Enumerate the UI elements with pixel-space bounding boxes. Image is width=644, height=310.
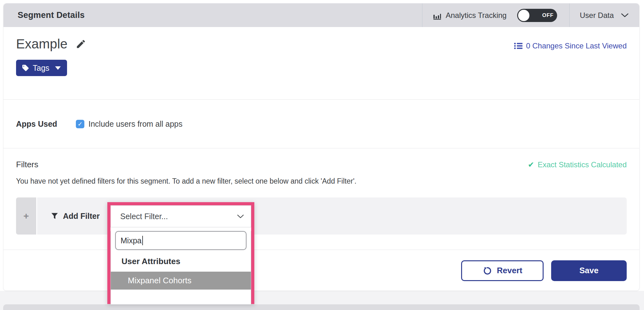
save-button-label: Save: [579, 266, 599, 275]
bar-chart-icon: [432, 11, 441, 20]
select-filter-dropdown[interactable]: Select Filter...: [110, 205, 251, 227]
chevron-down-icon: [237, 214, 244, 219]
apps-used-section: Apps Used ✓ Include users from all apps: [3, 100, 639, 148]
tags-button-label: Tags: [33, 64, 49, 73]
changelist-icon: [514, 42, 523, 49]
filters-empty-text: You have not yet defined filters for thi…: [16, 177, 627, 185]
edit-name-pencil-icon[interactable]: [76, 39, 86, 49]
save-button[interactable]: Save: [551, 260, 627, 281]
revert-button[interactable]: Revert: [461, 260, 544, 281]
segment-details-card: Segment Details Analytics Tracking OFF U…: [3, 3, 640, 291]
funnel-icon: [51, 213, 58, 219]
card-header: Segment Details Analytics Tracking OFF U…: [3, 3, 639, 27]
analytics-tracking-section: Analytics Tracking OFF: [422, 3, 569, 27]
filter-dropdown-panel: Mixpa User Attributes Mixpanel Cohorts: [110, 231, 251, 305]
add-filter-plus-button[interactable]: +: [16, 197, 36, 235]
analytics-tracking-toggle[interactable]: OFF: [517, 9, 557, 22]
segment-title-section: Example: [3, 27, 639, 99]
changes-link-label: 0 Changes Since Last Viewed: [526, 42, 627, 50]
revert-button-label: Revert: [497, 266, 523, 275]
analytics-tracking-label: Analytics Tracking: [446, 11, 506, 20]
filters-section: Filters ✔ Exact Statistics Calculated Yo…: [3, 148, 639, 250]
tags-button[interactable]: Tags: [16, 60, 67, 76]
dropdown-option-mixpanel-cohorts[interactable]: Mixpanel Cohorts: [111, 272, 251, 290]
chevron-down-icon: [621, 13, 629, 18]
card-footer: Revert Save: [3, 250, 639, 291]
toggle-knob: [518, 10, 529, 21]
next-panel-edge: [3, 304, 640, 310]
segment-name: Example: [16, 36, 67, 52]
changes-since-last-viewed-link[interactable]: 0 Changes Since Last Viewed: [514, 42, 627, 50]
add-filter-label: Add Filter: [63, 212, 100, 221]
filters-heading: Filters: [16, 160, 38, 169]
plus-icon: +: [23, 211, 29, 221]
user-data-label: User Data: [580, 11, 614, 20]
dropdown-group-header: User Attributes: [111, 250, 251, 272]
select-filter-placeholder: Select Filter...: [120, 212, 168, 221]
include-all-apps-label: Include users from all apps: [88, 119, 183, 129]
status-label: Exact Statistics Calculated: [538, 160, 627, 169]
exact-statistics-status: ✔ Exact Statistics Calculated: [528, 160, 627, 169]
filter-select-highlight-box: Select Filter... Mixpa User Attributes M…: [107, 202, 254, 304]
apps-used-label: Apps Used: [16, 119, 76, 129]
toggle-state-label: OFF: [542, 12, 554, 19]
caret-down-icon: [55, 66, 61, 70]
tag-icon: [22, 64, 29, 72]
filter-search-value: Mixpa: [121, 236, 142, 245]
include-all-apps-checkbox[interactable]: ✓: [76, 120, 84, 128]
status-check-icon: ✔: [528, 160, 534, 169]
page-title: Segment Details: [3, 3, 422, 27]
checkmark-icon: ✓: [78, 120, 83, 128]
user-data-dropdown[interactable]: User Data: [569, 3, 639, 27]
filter-search-input[interactable]: Mixpa: [115, 231, 246, 250]
revert-icon: [483, 266, 492, 275]
text-cursor: [142, 236, 143, 245]
